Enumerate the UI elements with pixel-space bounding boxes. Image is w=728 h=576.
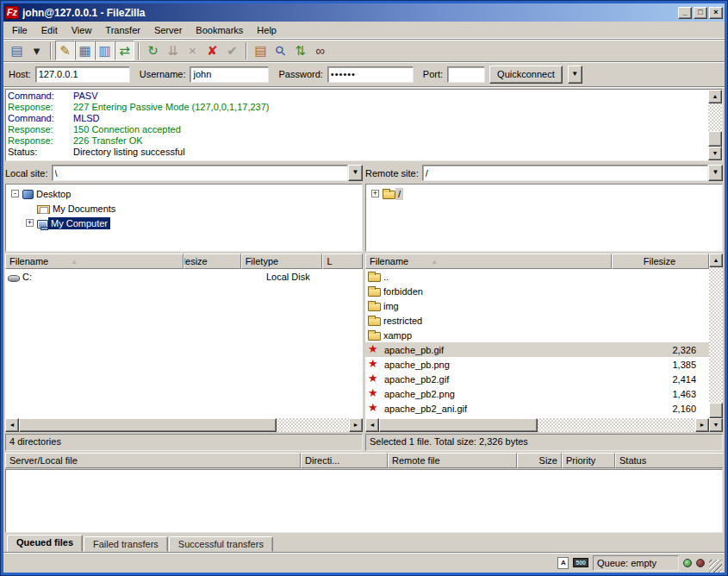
reconnect-icon[interactable]: ✔: [222, 41, 242, 60]
tab-queued-files[interactable]: Queued files: [7, 535, 83, 552]
scroll-down-icon[interactable]: ▼: [709, 418, 723, 432]
remote-vertical-scrollbar[interactable]: ▲ ▼: [709, 254, 723, 432]
img[interactable]: img: [365, 298, 709, 313]
column-header[interactable]: Directi...: [301, 453, 388, 468]
toggle-transfer-queue-icon[interactable]: ⇄: [115, 41, 134, 60]
column-header[interactable]: Status: [615, 453, 723, 468]
scroll-left-icon[interactable]: ◄: [5, 418, 19, 432]
find-files-icon[interactable]: ∞: [310, 41, 330, 60]
column-header[interactable]: Size: [517, 453, 562, 468]
menu-help[interactable]: Help: [250, 23, 283, 37]
remote-site-combo[interactable]: ▼: [422, 165, 723, 181]
scroll-up-icon[interactable]: ▲: [708, 90, 722, 103]
directory-comparison-icon[interactable]: ⚲: [271, 41, 290, 60]
apache_pb2_ani.gif[interactable]: apache_pb2_ani.gif 2,160: [365, 401, 709, 416]
speed-limit-icon[interactable]: 500: [573, 558, 588, 567]
column-header[interactable]: Priority: [562, 453, 615, 468]
apache_pb2.gif[interactable]: apache_pb2.gif 2,414: [365, 372, 709, 386]
port-input[interactable]: [447, 66, 485, 83]
column-header[interactable]: Filesize▲: [612, 254, 709, 269]
quickconnect-dropdown-icon[interactable]: ▼: [568, 66, 582, 84]
apache_pb.png[interactable]: apache_pb.png 1,385: [365, 357, 709, 372]
quickconnect-button[interactable]: Quickconnect: [489, 66, 563, 84]
tree-expander[interactable]: +: [26, 219, 34, 227]
restricted[interactable]: restricted: [365, 313, 709, 328]
local-site-input[interactable]: [52, 165, 348, 181]
disconnect-icon[interactable]: ✘: [202, 41, 222, 60]
toolbar-button[interactable]: [246, 42, 247, 59]
title-bar[interactable]: Fz john@127.0.0.1 - FileZilla _□×: [3, 3, 725, 22]
menu-transfer[interactable]: Transfer: [98, 23, 147, 37]
tree-item[interactable]: + /: [366, 186, 722, 201]
C:[interactable]: C: Local Disk: [5, 269, 363, 284]
tree-item[interactable]: + My Computer: [6, 216, 362, 230]
log-line: Command:MLSD: [8, 113, 720, 124]
scroll-right-icon[interactable]: ►: [349, 418, 363, 432]
toggle-message-log-icon[interactable]: ✎: [55, 41, 75, 60]
tree-item[interactable]: - Desktop: [6, 186, 362, 201]
scrollbar-thumb[interactable]: [709, 403, 723, 418]
chevron-down-icon[interactable]: ▼: [348, 165, 363, 181]
menu-bookmarks[interactable]: Bookmarks: [189, 23, 250, 37]
toggle-remote-tree-icon[interactable]: ▥: [95, 41, 115, 60]
tree-expander[interactable]: -: [11, 190, 19, 197]
scroll-down-icon[interactable]: ▼: [708, 147, 722, 160]
tab-successful-transfers[interactable]: Successful transfers: [169, 536, 273, 552]
remote-file-list: .. forbidden img res: [365, 269, 709, 418]
apache_pb.gif[interactable]: apache_pb.gif 2,326: [365, 342, 709, 357]
quickconnect-bar: Host: Username: Password: Port: Quickcon…: [3, 62, 725, 87]
menu-file[interactable]: File: [5, 23, 34, 37]
toolbar-button[interactable]: [138, 42, 140, 59]
host-input[interactable]: [35, 66, 130, 83]
menu-view[interactable]: View: [65, 23, 99, 37]
username-input[interactable]: [190, 66, 269, 83]
menu-edit[interactable]: Edit: [34, 23, 65, 37]
column-header[interactable]: L▲: [322, 254, 363, 269]
column-header[interactable]: Filename▲: [365, 254, 612, 269]
tab-failed-transfers[interactable]: Failed transfers: [84, 536, 168, 552]
xampp[interactable]: xampp: [365, 328, 709, 342]
password-input[interactable]: [327, 66, 414, 83]
activity-led-red: [696, 559, 705, 567]
resize-grip[interactable]: [709, 560, 722, 573]
column-header[interactable]: Server/Local file: [5, 453, 301, 468]
minimize-button[interactable]: _: [678, 7, 692, 19]
process-queue-icon[interactable]: ⇊: [163, 41, 183, 60]
scroll-left-icon[interactable]: ◄: [365, 418, 379, 432]
column-header[interactable]: Filename▲: [5, 254, 184, 269]
remote-pane: Remote site: ▼ + /: [365, 164, 723, 451]
site-manager-icon[interactable]: ▤: [7, 41, 27, 60]
toolbar-button[interactable]: [50, 42, 52, 59]
scroll-up-icon[interactable]: ▲: [709, 254, 723, 267]
column-header[interactable]: Filetype▲: [241, 254, 323, 269]
synchronized-browsing-icon[interactable]: ⇅: [290, 41, 310, 60]
remote-horizontal-scrollbar[interactable]: ◄ ►: [365, 418, 709, 432]
transfer-type-icon[interactable]: A: [557, 557, 569, 569]
local-horizontal-scrollbar[interactable]: ◄ ►: [5, 418, 363, 432]
port-label: Port:: [423, 69, 443, 79]
refresh-icon[interactable]: ↻: [143, 41, 163, 60]
remote-site-input[interactable]: [422, 165, 708, 181]
directory-filters-icon[interactable]: ▤: [251, 41, 271, 60]
scrollbar-thumb[interactable]: [379, 418, 538, 432]
log-vertical-scrollbar[interactable]: ▲ ▼: [708, 90, 722, 160]
scrollbar-thumb[interactable]: [19, 418, 277, 432]
menu-server[interactable]: Server: [147, 23, 189, 37]
cancel-icon[interactable]: ×: [183, 41, 202, 60]
forbidden[interactable]: forbidden: [365, 284, 709, 298]
tree-expander[interactable]: +: [371, 190, 379, 197]
maximize-button[interactable]: □: [694, 7, 707, 19]
site-manager-dropdown-icon[interactable]: ▾: [27, 41, 47, 60]
tree-item[interactable]: My Documents: [6, 201, 362, 216]
apache_pb2.png[interactable]: apache_pb2.png 1,463: [365, 386, 709, 401]
chevron-down-icon[interactable]: ▼: [708, 165, 723, 181]
column-header[interactable]: Remote file: [388, 453, 517, 468]
local-site-combo[interactable]: ▼: [52, 165, 363, 181]
close-button[interactable]: ×: [709, 7, 723, 19]
log-line: Response:226 Transfer OK: [8, 135, 720, 147]
scrollbar-thumb[interactable]: [708, 131, 722, 147]
column-header[interactable]: Filesize▲: [184, 254, 241, 269]
scroll-right-icon[interactable]: ►: [695, 418, 709, 432]
..[interactable]: ..: [365, 269, 709, 284]
toggle-local-tree-icon[interactable]: ▦: [75, 41, 95, 60]
